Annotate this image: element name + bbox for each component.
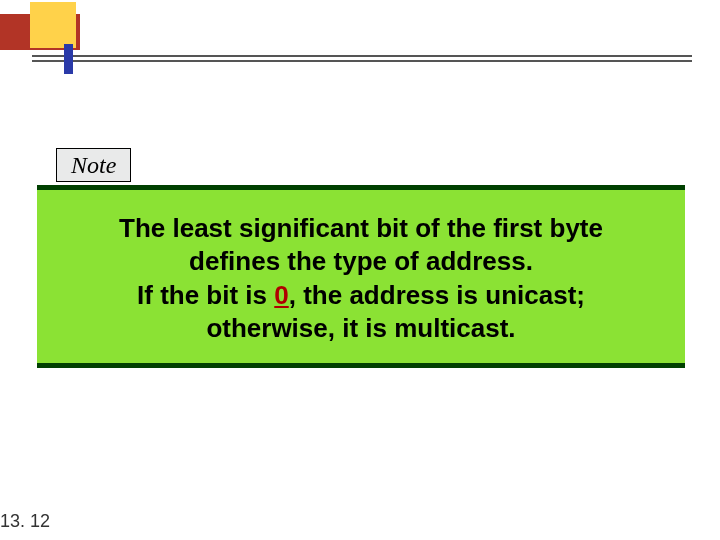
callout-line-3-prefix: If the bit is	[137, 280, 274, 310]
note-callout: The least significant bit of the first b…	[37, 185, 685, 368]
callout-emphasis-zero: 0	[274, 280, 288, 310]
slide: Note The least significant bit of the fi…	[0, 0, 720, 540]
callout-line-4: otherwise, it is multicast.	[206, 313, 515, 343]
horizontal-rule-1	[32, 55, 692, 57]
slide-header-decoration	[0, 0, 720, 90]
yellow-square	[30, 2, 76, 48]
callout-line-2: defines the type of address.	[189, 246, 533, 276]
note-label-box: Note	[56, 148, 131, 182]
callout-line-1: The least significant bit of the first b…	[119, 213, 603, 243]
note-label-text: Note	[71, 152, 116, 178]
horizontal-rule-2	[32, 60, 692, 62]
page-number: 13. 12	[0, 511, 50, 532]
callout-text: The least significant bit of the first b…	[57, 212, 665, 345]
callout-line-3-suffix: , the address is unicast;	[289, 280, 585, 310]
blue-vertical-bar	[64, 44, 73, 74]
